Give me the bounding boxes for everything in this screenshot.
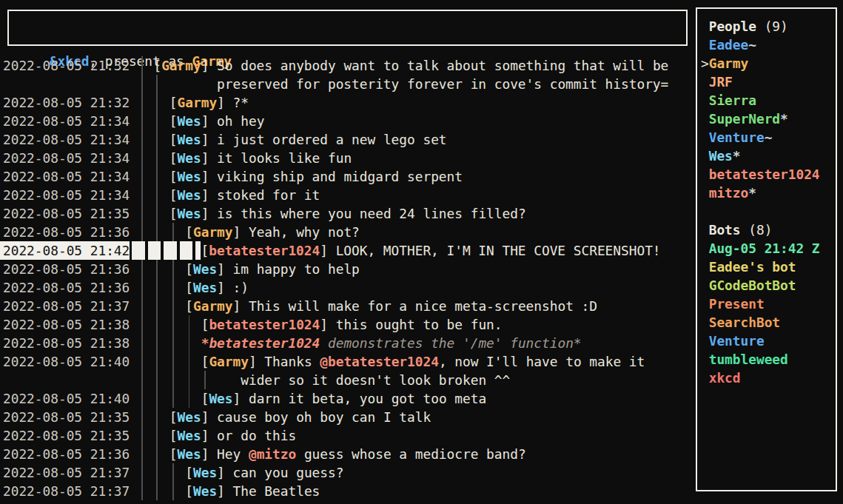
- message-line: [Garmy] This will make for a nice meta-s…: [130, 297, 695, 315]
- marker-space: [701, 36, 709, 54]
- person-list-item[interactable]: mitzo*: [701, 184, 836, 202]
- bot-list-item[interactable]: GCodeBotBot: [701, 276, 836, 295]
- person-list-item[interactable]: Wes*: [701, 147, 836, 165]
- chat-log: 2022-08-05 21:32 [Garmy] So does anybody…: [0, 56, 695, 500]
- tree-bar: [138, 334, 146, 352]
- bot-list-item[interactable]: xkcd: [701, 369, 836, 387]
- marker-space: [701, 128, 709, 147]
- message-text: ]: [201, 150, 217, 166]
- message-text: or do this: [217, 428, 296, 443]
- message-text: ]: [217, 483, 232, 499]
- chat-row[interactable]: 2022-08-05 21:34 [Wes] stoked for it: [0, 186, 695, 204]
- message-text: ]: [233, 298, 249, 314]
- person-list-item[interactable]: >Garmy: [701, 54, 836, 73]
- marker-space: [701, 165, 709, 184]
- person-list-item[interactable]: betatester1024: [701, 165, 836, 184]
- chat-row[interactable]: 2022-08-05 21:37 [Wes] can you guess?: [0, 463, 695, 482]
- person-list-item[interactable]: Sierra: [701, 91, 836, 110]
- marker-space: [701, 258, 709, 276]
- chat-row[interactable]: 2022-08-05 21:42[betatester1024] LOOK, M…: [0, 241, 695, 260]
- marker-space: [701, 276, 709, 295]
- message-text: preserved for posterity forever in cove'…: [217, 76, 668, 92]
- list-spacer: [701, 202, 836, 221]
- tree-bar: [153, 278, 161, 297]
- marker-space: [701, 313, 709, 332]
- message-text: Wes: [193, 465, 217, 480]
- user-name: GCodeBotBot: [709, 276, 796, 295]
- message-text: ]: [201, 132, 217, 147]
- bots-count: (8): [748, 221, 772, 239]
- chat-row[interactable]: 2022-08-05 21:36 [Wes] Hey @mitzo guess …: [0, 445, 695, 463]
- chat-row[interactable]: 2022-08-05 21:36 [Wes] :): [0, 278, 695, 297]
- message-text: Wes: [209, 391, 232, 406]
- marker-space: [701, 369, 709, 387]
- timestamp: 2022-08-05 21:40: [0, 389, 130, 408]
- chat-row[interactable]: 2022-08-05 21:34 [Wes] i just ordered a …: [0, 130, 695, 149]
- chat-row[interactable]: 2022-08-05 21:34 [Wes] viking ship and m…: [0, 167, 695, 186]
- message-text: ]: [201, 409, 217, 425]
- marker-space: [701, 184, 709, 202]
- marker-space: [701, 239, 709, 258]
- user-name: tumbleweed: [709, 350, 788, 369]
- message-line: [Wes] darn it beta, you got too meta: [130, 389, 695, 408]
- chat-row[interactable]: preserved for posterity forever in cove'…: [0, 75, 695, 93]
- tree-bar: [138, 389, 146, 408]
- chat-row[interactable]: 2022-08-05 21:40 [Garmy] Thanks @betates…: [0, 352, 695, 371]
- chat-row[interactable]: 2022-08-05 21:36 [Wes] im happy to help: [0, 260, 695, 278]
- user-name: SearchBot: [709, 313, 780, 332]
- tree-bar: [138, 93, 146, 112]
- message-text: [: [169, 150, 178, 166]
- message-text: Garmy: [178, 95, 218, 110]
- bot-list-item[interactable]: SearchBot: [701, 313, 836, 332]
- chat-row[interactable]: 2022-08-05 21:35 [Wes] or do this: [0, 426, 695, 445]
- message-text: , now I'll have to make it: [439, 354, 645, 369]
- message-text: ]: [320, 317, 335, 332]
- message-line: [Garmy] Thanks @betatester1024, now I'll…: [130, 352, 695, 371]
- chat-row[interactable]: wider so it doesn't look broken ^^: [0, 371, 695, 389]
- timestamp: 2022-08-05 21:35: [0, 204, 130, 223]
- message-text: [: [169, 95, 178, 110]
- message-text: oh hey: [217, 113, 264, 129]
- tree-bar: [169, 315, 178, 334]
- person-list-item[interactable]: SuperNerd*: [701, 110, 836, 128]
- tree-bar: [153, 334, 161, 352]
- chat-row[interactable]: 2022-08-05 21:32 [Garmy] ?*: [0, 93, 695, 112]
- bot-list-item[interactable]: tumbleweed: [701, 350, 836, 369]
- message-text: ]: [201, 206, 217, 221]
- person-list-item[interactable]: Eadee~: [701, 36, 836, 54]
- person-list-item[interactable]: Venture~: [701, 128, 836, 147]
- bot-list-item[interactable]: Venture: [701, 332, 836, 350]
- message-line: [Wes] it looks like fun: [130, 149, 695, 167]
- message-text: wider so it doesn't look broken ^^: [241, 372, 510, 388]
- tree-bar: [153, 463, 161, 482]
- chat-row[interactable]: 2022-08-05 21:38 [betatester1024] this o…: [0, 315, 695, 334]
- timestamp: 2022-08-05 21:38: [0, 315, 130, 334]
- message-text: ]: [233, 391, 249, 406]
- chat-row[interactable]: 2022-08-05 21:37 [Garmy] This will make …: [0, 297, 695, 315]
- tree-bar: [138, 445, 146, 463]
- bot-list-item[interactable]: Aug-05 21:42 Z: [701, 239, 836, 258]
- bot-list-item[interactable]: Eadee's bot: [701, 258, 836, 276]
- timestamp: 2022-08-05 21:40: [0, 352, 130, 371]
- chat-row[interactable]: 2022-08-05 21:38 *betatester1024 demonst…: [0, 334, 695, 352]
- chat-row[interactable]: 2022-08-05 21:36 [Garmy] Yeah, why not?: [0, 223, 695, 241]
- chat-row[interactable]: 2022-08-05 21:35 [Wes] cause boy oh boy …: [0, 408, 695, 426]
- tree-bar: [153, 186, 161, 204]
- tree-bar: [153, 75, 161, 93]
- chat-row[interactable]: 2022-08-05 21:37 [Wes] The Beatles: [0, 482, 695, 500]
- message-line: [betatester1024] LOOK, MOTHER, I'M IN TH…: [130, 241, 695, 260]
- message-text: [: [185, 483, 193, 499]
- chat-row[interactable]: 2022-08-05 21:35 [Wes] is this where you…: [0, 204, 695, 223]
- tree-bar: [138, 408, 146, 426]
- chat-row[interactable]: 2022-08-05 21:32 [Garmy] So does anybody…: [0, 56, 695, 75]
- chat-row[interactable]: 2022-08-05 21:34 [Wes] oh hey: [0, 112, 695, 130]
- message-text: Yeah, why not?: [249, 224, 360, 240]
- bot-list-item[interactable]: Present: [701, 295, 836, 313]
- message-text: Wes: [178, 446, 201, 462]
- chat-row[interactable]: 2022-08-05 21:34 [Wes] it looks like fun: [0, 149, 695, 167]
- chat-row[interactable]: 2022-08-05 21:40 [Wes] darn it beta, you…: [0, 389, 695, 408]
- message-text: ]: [217, 95, 232, 110]
- person-list-item[interactable]: JRF: [701, 73, 836, 91]
- message-line: *betatester1024 demonstrates the '/me' f…: [130, 334, 695, 352]
- user-name: Sierra: [709, 91, 756, 110]
